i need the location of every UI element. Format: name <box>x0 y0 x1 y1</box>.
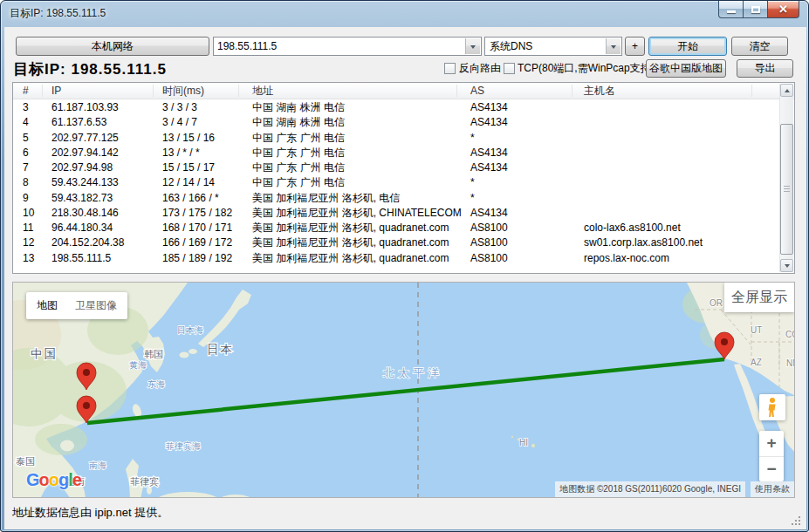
table-cell: 13 <box>23 251 34 266</box>
start-button[interactable]: 开始 <box>648 37 727 56</box>
resize-grip[interactable] <box>791 515 802 527</box>
reverse-route-label[interactable]: 反向路由 <box>459 63 501 74</box>
map-label: NM <box>786 358 795 368</box>
map-canvas[interactable]: 中国韩国日本日本海黄海东海北太平洋菲律宾海南海越南泰国菲律宾HIORUTCOAZ… <box>12 282 795 498</box>
column-header[interactable]: AS <box>470 83 484 99</box>
map-tab[interactable]: 地图 <box>37 298 58 313</box>
map-label: 黄海 <box>129 360 147 370</box>
terms-link[interactable]: 使用条款 <box>751 481 794 497</box>
target-ip-combobox[interactable] <box>213 37 482 56</box>
map-label: 日本海 <box>177 325 203 335</box>
table-cell: AS8100 <box>470 221 508 235</box>
column-header[interactable]: IP <box>51 83 61 99</box>
table-row[interactable]: 461.137.6.533 / 4 / 7中国 湖南 株洲 电信AS4134 <box>13 115 777 131</box>
table-cell: 美国 加利福尼亚州 洛杉矶, 电信 <box>252 191 400 206</box>
close-button[interactable]: ✕ <box>767 1 799 18</box>
zoom-control: + − <box>759 431 784 481</box>
local-network-button[interactable]: 本机网络 <box>16 37 209 56</box>
table-cell: 中国 广东 广州 电信 <box>252 146 345 160</box>
target-ip-dropdown-button[interactable] <box>465 38 480 54</box>
table-cell: 美国 加利福尼亚州 洛杉矶, CHINATELECOM <box>252 206 462 221</box>
table-row[interactable]: 10218.30.48.146173 / 175 / 182美国 加利福尼亚州 … <box>13 206 777 222</box>
table-row[interactable]: 13198.55.111.5185 / 189 / 192美国 加利福尼亚州 洛… <box>13 251 777 267</box>
table-cell: 202.97.94.98 <box>51 160 113 175</box>
logo-letter: G <box>26 470 39 489</box>
status-text: 地址数据信息由 ipip.net 提供。 <box>12 505 168 521</box>
zoom-in-button[interactable]: + <box>759 431 784 457</box>
map-label: OR <box>710 298 723 308</box>
chevron-down-icon <box>470 45 476 51</box>
scrollbar-thumb[interactable] <box>780 124 793 255</box>
pegman-button[interactable] <box>759 394 785 420</box>
table-cell: 5 <box>23 131 29 146</box>
satellite-tab[interactable]: 卫星图像 <box>75 298 117 313</box>
table-cell: 美国 加利福尼亚州 洛杉矶, quadranet.com <box>252 235 449 250</box>
map-type-control: 地图 卫星图像 <box>26 292 127 319</box>
column-header[interactable]: 时间(ms) <box>162 83 204 99</box>
export-button[interactable]: 导出 <box>737 59 793 78</box>
scroll-up-button[interactable] <box>780 84 793 97</box>
map-label: AZ <box>751 358 762 367</box>
table-cell: 204.152.204.38 <box>51 235 124 250</box>
table-cell: 168 / 170 / 171 <box>162 221 232 235</box>
add-dns-button[interactable]: + <box>625 37 645 56</box>
table-cell: AS4134 <box>470 100 508 115</box>
column-separator <box>238 85 239 97</box>
table-cell: 4 <box>23 115 29 130</box>
table-cell: 6 <box>23 146 29 160</box>
logo-letter: o <box>39 470 49 489</box>
land-island <box>147 486 152 494</box>
table-cell: 198.55.111.5 <box>51 251 111 266</box>
tcp-checkbox[interactable] <box>504 63 515 74</box>
table-cell: 96.44.180.34 <box>51 221 113 235</box>
column-separator <box>572 85 572 97</box>
minimize-button[interactable] <box>718 1 744 18</box>
table-cell: 61.137.6.53 <box>51 115 106 130</box>
hop-table: #IP时间(ms)地址AS主机名 361.187.103.933 / 3 / 3… <box>12 82 795 274</box>
reverse-route-checkbox[interactable] <box>444 63 456 74</box>
arrow-up-icon <box>785 86 790 92</box>
column-header[interactable]: # <box>23 83 29 99</box>
dns-select[interactable]: 系统DNS <box>484 37 622 56</box>
google-logo[interactable]: Google <box>26 470 81 490</box>
table-cell: 163 / 166 / * <box>162 191 219 206</box>
table-row[interactable]: 6202.97.94.14213 / * / *中国 广东 广州 电信AS413… <box>13 146 777 161</box>
logo-letter: o <box>49 470 58 489</box>
column-header[interactable]: 地址 <box>252 83 273 99</box>
scroll-down-button[interactable] <box>780 259 793 272</box>
table-row[interactable]: 5202.97.77.12513 / 15 / 16中国 广东 广州 电信* <box>13 131 777 147</box>
table-scrollbar[interactable] <box>779 84 793 272</box>
map-label: 北太平洋 <box>383 366 442 379</box>
titlebar[interactable]: 目标IP: 198.55.111.5 ✕ <box>1 1 808 27</box>
clear-button[interactable]: 清空 <box>731 37 788 56</box>
table-header[interactable]: #IP时间(ms)地址AS主机名 <box>13 83 794 99</box>
map-label: UT <box>751 325 762 335</box>
table-row[interactable]: 12204.152.204.38166 / 169 / 172美国 加利福尼亚州… <box>13 235 777 251</box>
table-row[interactable]: 1196.44.180.34168 / 170 / 171美国 加利福尼亚州 洛… <box>13 221 777 236</box>
table-cell: 8 <box>23 175 29 190</box>
table-row[interactable]: 859.43.244.13312 / 14 / 14中国 广东 广州 电信* <box>13 175 777 191</box>
window-title: 目标IP: 198.55.111.5 <box>10 1 106 26</box>
table-cell: 12 <box>23 235 34 250</box>
target-ip-input[interactable] <box>214 38 464 55</box>
table-cell: 9 <box>23 191 29 206</box>
table-row[interactable]: 959.43.182.73163 / 166 / *美国 加利福尼亚州 洛杉矶,… <box>13 191 777 207</box>
client-area: 本机网络 系统DNS + 开始 清空 目标IP: 198.55.111.5 反向… <box>4 27 806 529</box>
table-cell: AS4134 <box>470 146 508 160</box>
fullscreen-button[interactable]: 全屏显示 <box>724 283 794 312</box>
table-cell: * <box>470 175 475 190</box>
table-cell: 3 <box>23 100 29 115</box>
column-header[interactable]: 主机名 <box>584 83 615 99</box>
maximize-button[interactable] <box>743 1 768 18</box>
arrow-down-icon <box>785 264 790 270</box>
table-cell: 中国 广东 广州 电信 <box>252 175 345 190</box>
google-cn-map-button[interactable]: 谷歌中国版地图 <box>646 59 726 78</box>
table-row[interactable]: 361.187.103.933 / 3 / 3中国 湖南 株洲 电信AS4134 <box>13 100 777 116</box>
table-row[interactable]: 7202.97.94.9815 / 15 / 17中国 广东 广州 电信AS41… <box>13 160 777 176</box>
dns-dropdown-button[interactable] <box>606 38 620 54</box>
table-cell: 185 / 189 / 192 <box>162 251 232 266</box>
table-cell: 61.187.103.93 <box>51 100 119 115</box>
tcp-label[interactable]: TCP(80端口,需WinPcap支持) <box>518 63 655 74</box>
map-label: 菲律宾海 <box>165 441 201 451</box>
zoom-out-button[interactable]: − <box>759 457 784 482</box>
